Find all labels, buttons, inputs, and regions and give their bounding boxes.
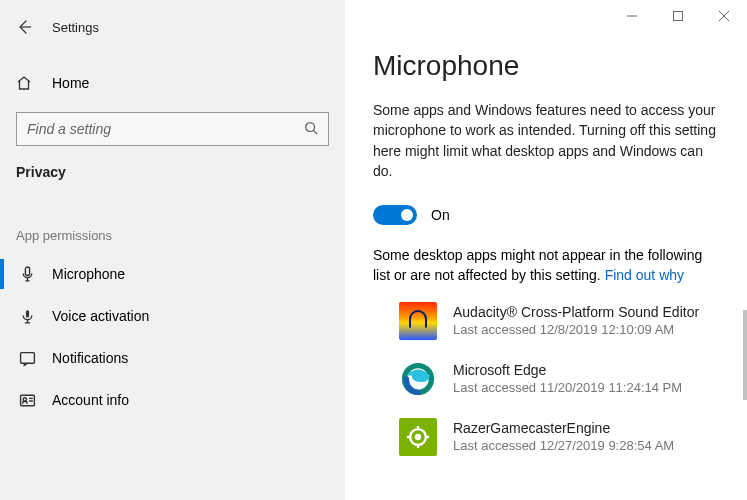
nav-item-voice-activation[interactable]: Voice activation	[0, 295, 345, 337]
app-list: Audacity® Cross-Platform Sound Editor La…	[399, 302, 719, 456]
search-icon	[304, 121, 318, 138]
app-meta: Audacity® Cross-Platform Sound Editor La…	[453, 304, 699, 337]
svg-rect-1	[674, 12, 683, 21]
toggle-state-label: On	[431, 207, 450, 223]
main-scrollbar[interactable]	[743, 310, 747, 400]
app-row-razer[interactable]: RazerGamecasterEngine Last accessed 12/2…	[399, 418, 719, 456]
nav-home[interactable]: Home	[0, 64, 345, 102]
section-header: App permissions	[0, 180, 345, 253]
nav-label: Account info	[52, 392, 129, 408]
svg-point-5	[306, 122, 315, 131]
nav-label: Microphone	[52, 266, 125, 282]
toggle-row: On	[373, 205, 719, 225]
app-row-edge[interactable]: Microsoft Edge Last accessed 11/20/2019 …	[399, 360, 719, 398]
app-icon-edge	[399, 360, 437, 398]
app-name: Microsoft Edge	[453, 362, 682, 378]
app-name: Audacity® Cross-Platform Sound Editor	[453, 304, 699, 320]
search-box[interactable]	[16, 112, 329, 146]
app-icon-razer	[399, 418, 437, 456]
notifications-icon	[16, 350, 38, 367]
category-label: Privacy	[0, 146, 345, 180]
main-content: Microphone Some apps and Windows feature…	[345, 0, 747, 500]
app-title: Settings	[52, 20, 99, 35]
find-out-why-link[interactable]: Find out why	[605, 267, 684, 283]
minimize-button[interactable]	[609, 0, 655, 32]
page-description: Some apps and Windows features need to a…	[373, 100, 719, 181]
nav-label: Notifications	[52, 350, 128, 366]
close-button[interactable]	[701, 0, 747, 32]
nav-label: Voice activation	[52, 308, 149, 324]
app-icon-audacity	[399, 302, 437, 340]
app-meta: RazerGamecasterEngine Last accessed 12/2…	[453, 420, 674, 453]
app-last-accessed: Last accessed 12/8/2019 12:10:09 AM	[453, 322, 699, 337]
nav-item-microphone[interactable]: Microphone	[0, 253, 345, 295]
app-meta: Microsoft Edge Last accessed 11/20/2019 …	[453, 362, 682, 395]
search-input[interactable]	[27, 121, 289, 137]
nav-item-account-info[interactable]: Account info	[0, 379, 345, 421]
svg-rect-9	[20, 352, 34, 363]
note-text: Some desktop apps might not appear in th…	[373, 245, 719, 286]
titlebar: Settings	[0, 8, 345, 46]
sidebar: Settings Home Privacy App permissions Mi…	[0, 0, 345, 500]
svg-point-14	[415, 434, 421, 440]
home-icon	[16, 75, 38, 91]
toggle-knob	[401, 209, 413, 221]
nav-list: Microphone Voice activation Notification…	[0, 253, 345, 421]
nav-item-notifications[interactable]: Notifications	[0, 337, 345, 379]
microphone-toggle[interactable]	[373, 205, 417, 225]
page-title: Microphone	[373, 50, 719, 82]
app-row-audacity[interactable]: Audacity® Cross-Platform Sound Editor La…	[399, 302, 719, 340]
svg-line-6	[314, 130, 318, 134]
account-info-icon	[16, 392, 38, 409]
settings-window: Settings Home Privacy App permissions Mi…	[0, 0, 747, 500]
back-icon[interactable]	[16, 19, 38, 35]
svg-rect-7	[25, 267, 29, 276]
window-controls	[609, 0, 747, 32]
app-last-accessed: Last accessed 12/27/2019 9:28:54 AM	[453, 438, 674, 453]
maximize-button[interactable]	[655, 0, 701, 32]
microphone-icon	[16, 266, 38, 283]
svg-rect-8	[25, 310, 28, 317]
app-name: RazerGamecasterEngine	[453, 420, 674, 436]
app-last-accessed: Last accessed 11/20/2019 11:24:14 PM	[453, 380, 682, 395]
home-label: Home	[52, 75, 89, 91]
voice-activation-icon	[16, 308, 38, 325]
